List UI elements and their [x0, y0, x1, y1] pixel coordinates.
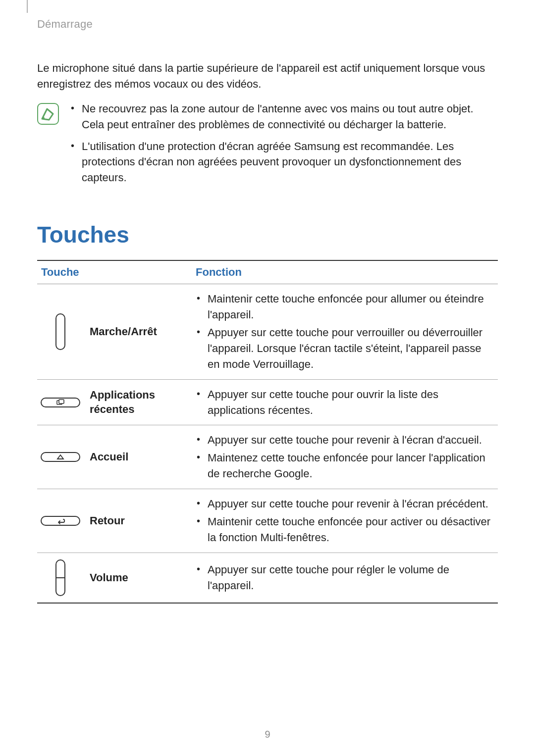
page: Démarrage Le microphone situé dans la pa… — [0, 0, 535, 756]
table-row: Marche/Arrêt Maintenir cette touche enfo… — [37, 284, 498, 379]
touche-label: Marche/Arrêt — [90, 325, 157, 339]
function-list: Appuyer sur cette touche pour revenir à … — [195, 432, 495, 482]
svg-rect-4 — [59, 400, 64, 403]
note-icon — [37, 103, 59, 125]
svg-rect-6 — [41, 516, 80, 525]
note-list: Ne recouvrez pas la zone autour de l'ant… — [69, 101, 498, 192]
table-row: Applications récentes Appuyer sur cette … — [37, 379, 498, 425]
svg-rect-0 — [38, 103, 58, 124]
function-item: Appuyer sur cette touche pour revenir à … — [195, 496, 495, 512]
function-item: Maintenir cette touche enfoncée pour act… — [195, 514, 495, 546]
intro-paragraph: Le microphone situé dans la partie supér… — [37, 60, 498, 92]
section-title: Touches — [37, 221, 498, 248]
back-icon — [40, 513, 81, 528]
function-item: Appuyer sur cette touche pour ouvrir la … — [195, 387, 495, 418]
function-list: Appuyer sur cette touche pour régler le … — [195, 562, 495, 594]
recent-apps-icon — [40, 395, 81, 410]
touche-label: Volume — [90, 571, 128, 585]
note-bullet: Ne recouvrez pas la zone autour de l'ant… — [69, 101, 498, 133]
function-list: Maintenir cette touche enfoncée pour all… — [195, 291, 495, 372]
note-block: Ne recouvrez pas la zone autour de l'ant… — [37, 101, 498, 192]
home-icon — [40, 450, 81, 464]
touche-label: Accueil — [90, 450, 128, 464]
function-item: Appuyer sur cette touche pour revenir à … — [195, 432, 495, 448]
page-number: 9 — [0, 729, 535, 740]
touche-label: Retour — [90, 514, 125, 528]
note-bullet: L'utilisation d'une protection d'écran a… — [69, 139, 498, 186]
table-header-touche: Touche — [37, 260, 192, 284]
breadcrumb: Démarrage — [37, 18, 498, 31]
touche-label: Applications récentes — [90, 388, 189, 416]
function-list: Appuyer sur cette touche pour revenir à … — [195, 496, 495, 546]
table-row: Retour Appuyer sur cette touche pour rev… — [37, 489, 498, 553]
svg-rect-5 — [41, 453, 80, 461]
tab-mark — [27, 0, 28, 13]
svg-rect-1 — [56, 314, 65, 350]
function-item: Maintenez cette touche enfoncée pour lan… — [195, 450, 495, 482]
volume-rocker-icon — [40, 558, 81, 598]
table-row: Volume Appuyer sur cette touche pour rég… — [37, 553, 498, 603]
function-item: Appuyer sur cette touche pour régler le … — [195, 562, 495, 594]
table-row: Accueil Appuyer sur cette touche pour re… — [37, 425, 498, 489]
function-item: Appuyer sur cette touche pour verrouille… — [195, 325, 495, 372]
function-item: Maintenir cette touche enfoncée pour all… — [195, 291, 495, 323]
table-header-fonction: Fonction — [192, 260, 498, 284]
power-button-icon — [40, 312, 81, 352]
keys-table: Touche Fonction Marche/Arrêt — [37, 260, 498, 604]
function-list: Appuyer sur cette touche pour ouvrir la … — [195, 387, 495, 418]
